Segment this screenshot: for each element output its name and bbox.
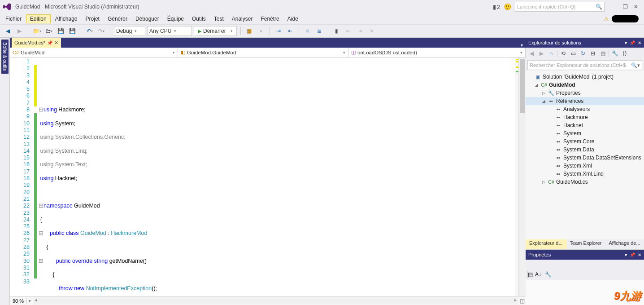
close-button[interactable]: ✕ [631,1,641,12]
feedback-icon[interactable]: 🙂 [504,3,511,10]
menu-analyser[interactable]: Analyser [228,15,257,23]
reference-item[interactable]: ▪▪Hackmore [526,113,644,121]
sol-preview-icon[interactable]: ⟨⟩ [621,49,629,57]
account-badge[interactable] [612,15,639,22]
config-combo[interactable]: Debug▾ [114,26,145,36]
close-tab-icon[interactable]: ✕ [54,40,58,46]
right-column: Explorateur de solutions ▾ 📌 ✕ ◀ ▶ ⌂ ⟲ ▭… [526,38,644,305]
menu-affichage[interactable]: Affichage [52,15,81,23]
reference-item[interactable]: ▪▪System.Xml [526,162,644,170]
tb-icon-2[interactable]: ▾ [256,26,266,36]
platform-combo[interactable]: Any CPU▾ [147,26,192,36]
reference-item[interactable]: ▪▪System.Core [526,137,644,146]
tb-indent-icon[interactable]: ≡ [303,26,313,36]
document-tab-guidemod[interactable]: GuideMod.cs* 📌 ✕ [12,38,61,48]
start-debug-button[interactable]: ▶Démarrer▾ [194,26,237,36]
sol-refresh-icon[interactable]: ↻ [579,49,587,57]
undo-button[interactable]: ↶▾ [85,26,95,36]
next-bookmark-icon[interactable]: ⇥ [355,26,365,36]
sol-home-icon[interactable]: ⌂ [547,49,555,57]
sol-showall-icon[interactable]: ▤ [599,49,607,57]
reference-item[interactable]: ▪▪System.Data.DataSetExtensions [526,154,644,162]
menu-projet[interactable]: Projet [82,15,103,23]
zoom-level[interactable]: 90 % [10,298,27,304]
main-area: Boîte à outils GuideMod.cs* 📌 ✕ ▾ C# Gui… [0,38,644,305]
tab-solution-explorer[interactable]: Explorateur d... [526,239,566,249]
new-project-button[interactable]: 📁▾ [32,26,42,36]
nav-forward-button[interactable]: ▶ [14,26,24,36]
menu-edition[interactable]: Edition [26,14,51,23]
reference-item[interactable]: ▪▪System.Data [526,146,644,154]
tab-overflow-icon[interactable]: ▾ [518,43,526,48]
sol-properties-icon[interactable]: 🔧 [611,49,619,57]
split-icon[interactable]: ◫ [518,298,526,304]
references-node[interactable]: ◢▪▪Références [526,97,644,105]
nav-member-combo[interactable]: ◫ onLoadOS(OS osLoaded)▾ [348,48,526,57]
sol-back-icon[interactable]: ◀ [527,49,535,57]
menu-deboguer[interactable]: Déboguer [132,15,163,23]
bookmark-icon[interactable]: ▮ [332,26,342,36]
horizontal-scrollbar[interactable] [34,297,518,305]
prop-wrench-icon[interactable]: 🔧 [545,271,552,278]
sol-forward-icon[interactable]: ▶ [537,49,545,57]
menu-fenetre[interactable]: Fenêtre [257,15,283,23]
menu-test[interactable]: Test [210,15,227,23]
save-button[interactable]: 💾 [56,26,65,36]
clear-bookmark-icon[interactable]: ✕ [367,26,377,36]
save-all-button[interactable]: 💾 [67,26,77,36]
properties-node[interactable]: ▷🔧Properties [526,89,644,97]
tb-icon-1[interactable]: ▦ [244,26,254,36]
solution-node[interactable]: ▣Solution 'GuideMod' (1 projet) [526,73,644,81]
tab-class-view[interactable]: Affichage de... [605,239,644,249]
tb-outdent-icon[interactable]: ≣ [314,26,324,36]
menu-outils[interactable]: Outils [188,15,209,23]
marker-margin [515,57,518,296]
reference-item[interactable]: ▪▪System [526,129,644,137]
sol-collapse-icon[interactable]: ⊟ [589,49,597,57]
autohide-icon[interactable]: 📌 [630,40,635,45]
menu-generer[interactable]: Générer [104,15,131,23]
zoom-chevron-icon[interactable]: ▾ [27,299,33,303]
prop-alpha-icon[interactable]: A↓ [535,271,541,278]
tb-uncomment-icon[interactable]: ⇤ [285,26,295,36]
solution-tree[interactable]: ▣Solution 'GuideMod' (1 projet) ◢C#Guide… [526,71,644,239]
tab-team-explorer[interactable]: Team Explorer [566,239,605,249]
menu-aide[interactable]: Aide [284,15,302,23]
sol-scope-icon[interactable]: ▭ [569,49,577,57]
title-bar: GuideMod - Microsoft Visual Studio (Admi… [0,0,644,13]
menu-fichier[interactable]: Fichier [2,15,25,23]
pin-icon[interactable]: 📌 [47,40,52,45]
code-editor[interactable]: ⊟using Hackmore; using System; using Sys… [32,57,515,296]
menu-equipe[interactable]: Équipe [164,15,187,23]
nav-back-button[interactable]: ◀ [3,26,13,36]
vertical-scrollbar[interactable] [518,57,526,296]
restore-button[interactable]: ❐ [620,1,631,12]
reference-item[interactable]: ▪▪System.Xml.Linq [526,170,644,178]
side-toolbox-tab[interactable]: Boîte à outils [0,38,10,305]
prop-categorized-icon[interactable]: ▤ [527,271,533,278]
sol-sync-icon[interactable]: ⟲ [559,49,567,57]
class-icon: ◧ [181,49,185,55]
file-node-guidemod[interactable]: ▷C#GuideMod.cs [526,178,644,186]
redo-button[interactable]: ↷▾ [96,26,106,36]
open-file-button[interactable]: 🗁▾ [44,26,54,36]
notification-badge[interactable]: ▮2 [493,4,500,10]
warning-icon[interactable]: ⚠ [604,16,609,22]
tb-comment-icon[interactable]: ⇥ [274,26,283,36]
close-panel-icon[interactable]: ✕ [638,40,641,45]
close-panel-icon[interactable]: ✕ [638,252,641,257]
minimize-button[interactable]: — [609,1,620,12]
quick-launch-input[interactable]: Lancement rapide (Ctrl+Q) 🔍 [515,2,605,12]
reference-item[interactable]: ▪▪Analyseurs [526,105,644,113]
project-node[interactable]: ◢C#GuideMod [526,81,644,89]
prev-bookmark-icon[interactable]: ⇤ [344,26,353,36]
pin-panel-icon[interactable]: ▾ [625,40,627,45]
nav-scope-combo[interactable]: C# GuideMod▾ [10,48,178,57]
solution-search-input[interactable]: Rechercher Explorateur de solutions (Ctr… [527,60,642,70]
properties-panel: Propriétés ▾ 📌 ✕ ▤ A↓ 🔧 9九游 [526,249,644,305]
autohide-icon[interactable]: 📌 [630,252,635,257]
nav-type-combo[interactable]: ◧ GuideMod.GuideMod▾ [178,48,348,57]
document-tabs: GuideMod.cs* 📌 ✕ ▾ [10,38,526,48]
pin-panel-icon[interactable]: ▾ [625,252,627,257]
reference-item[interactable]: ▪▪Hacknet [526,121,644,129]
